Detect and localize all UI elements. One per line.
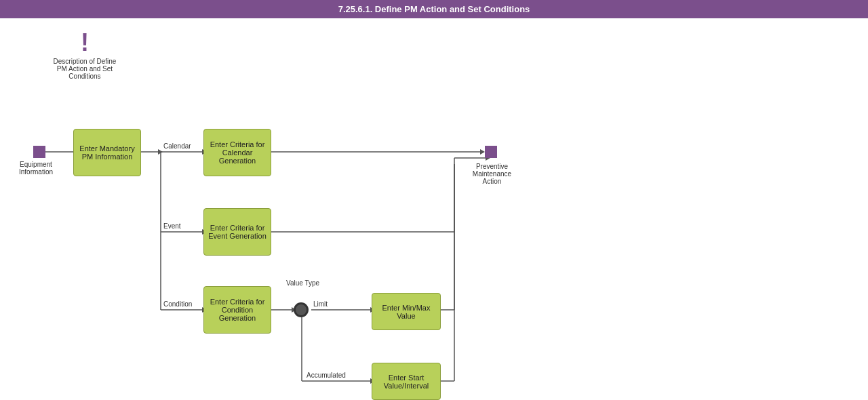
enter-mandatory-box[interactable]: Enter Mandatory PM Information (73, 129, 141, 176)
value-type-node (294, 302, 309, 317)
enter-criteria-calendar-box[interactable]: Enter Criteria for Calendar Generation (203, 129, 271, 176)
page-title: 7.25.6.1. Define PM Action and Set Condi… (338, 4, 530, 14)
value-type-label: Value Type (286, 279, 319, 287)
enter-start-value-box[interactable]: Enter Start Value/Interval (372, 363, 441, 400)
svg-marker-8 (480, 149, 485, 155)
limit-label: Limit (313, 300, 328, 308)
svg-marker-3 (158, 149, 163, 155)
connections-svg (0, 18, 868, 399)
event-label: Event (163, 222, 181, 230)
pm-action-label: Preventive Maintenance Action (463, 163, 521, 185)
condition-label: Condition (163, 300, 192, 308)
diagram-area: ! Description of Define PM Action and Se… (0, 18, 868, 399)
info-label: Description of Define PM Action and Set … (47, 58, 122, 80)
exclamation-icon: ! (81, 31, 89, 55)
accumulated-label: Accumulated (307, 372, 346, 379)
equipment-info-label: Equipment Information (12, 161, 60, 176)
enter-criteria-condition-box[interactable]: Enter Criteria for Condition Generation (203, 286, 271, 334)
calendar-label: Calendar (163, 142, 191, 150)
info-icon-group: ! Description of Define PM Action and Se… (47, 31, 122, 80)
pm-action-node (485, 146, 497, 158)
enter-min-max-box[interactable]: Enter Min/Max Value (372, 293, 441, 330)
title-bar: 7.25.6.1. Define PM Action and Set Condi… (0, 0, 868, 18)
equipment-info-node (33, 146, 45, 158)
enter-criteria-event-box[interactable]: Enter Criteria for Event Generation (203, 208, 271, 256)
